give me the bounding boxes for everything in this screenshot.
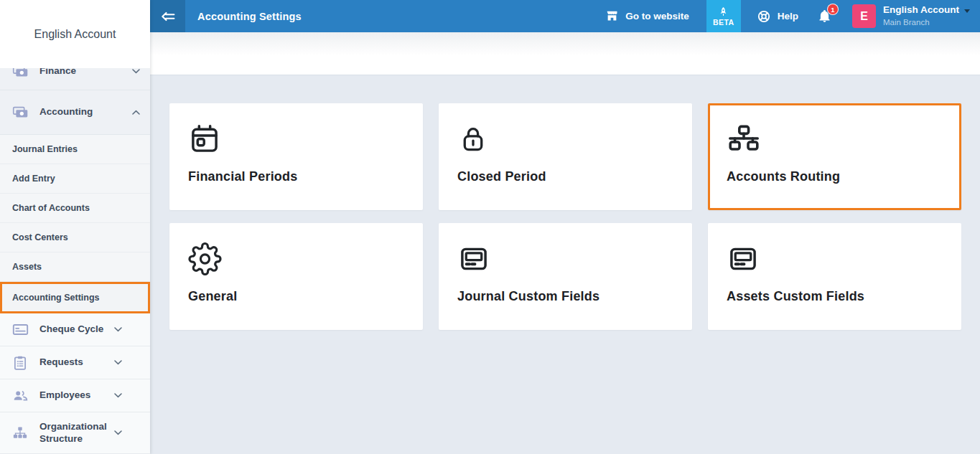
sidebar-item-accounting[interactable]: Accounting xyxy=(0,90,150,135)
calendar-icon xyxy=(188,121,224,157)
page-subheader xyxy=(150,32,980,75)
requests-icon xyxy=(11,355,29,371)
card-financial-periods[interactable]: Financial Periods xyxy=(169,103,423,210)
account-menu[interactable]: English Account Main Branch xyxy=(883,4,970,27)
custom-fields-icon xyxy=(727,241,762,277)
card-label: General xyxy=(188,289,237,304)
sidebar-item-label: Employees xyxy=(39,389,114,402)
card-label: Journal Custom Fields xyxy=(457,289,599,304)
sidebar-subitem-assets[interactable]: Assets xyxy=(0,252,150,282)
account-avatar[interactable]: E xyxy=(852,4,876,28)
sidebar-subitem-chart-of-accounts[interactable]: Chart of Accounts xyxy=(0,194,150,223)
sidebar-menu: Finance Accounting xyxy=(0,53,150,454)
sidebar-subitem-add-entry[interactable]: Add Entry xyxy=(0,164,150,194)
sidebar-item-label: Requests xyxy=(39,356,114,369)
account-branch: Main Branch xyxy=(883,17,970,27)
gear-icon xyxy=(188,241,224,277)
lock-icon xyxy=(457,121,493,157)
card-label: Closed Period xyxy=(457,169,546,184)
card-label: Accounts Routing xyxy=(727,169,840,184)
notification-count-badge: 1 xyxy=(827,4,839,15)
settings-cards-grid: Financial Periods Closed Period xyxy=(169,103,961,330)
help-button[interactable]: Help xyxy=(757,9,798,24)
chevron-down-icon xyxy=(114,430,122,435)
sidebar-subitem-label: Accounting Settings xyxy=(12,293,100,303)
chevron-up-icon xyxy=(132,110,140,115)
sidebar-subitem-label: Assets xyxy=(12,262,42,272)
sidebar-subitem-accounting-settings[interactable]: Accounting Settings xyxy=(0,282,150,313)
card-closed-period[interactable]: Closed Period xyxy=(439,103,692,210)
card-assets-custom-fields[interactable]: Assets Custom Fields xyxy=(708,223,961,330)
chevron-down-icon xyxy=(114,327,122,332)
collapse-arrow-icon xyxy=(159,8,177,25)
chevron-down-icon xyxy=(132,69,140,74)
sidebar-item-label: Organizational Structure xyxy=(39,421,114,445)
card-journal-custom-fields[interactable]: Journal Custom Fields xyxy=(439,223,692,330)
accounting-submenu: Journal Entries Add Entry Chart of Accou… xyxy=(0,135,150,313)
sidebar-item-organizational-structure[interactable]: Organizational Structure xyxy=(0,412,150,454)
cheque-icon xyxy=(11,321,29,338)
sidebar-subitem-label: Chart of Accounts xyxy=(12,203,90,213)
accounts-routing-icon xyxy=(727,121,762,157)
custom-fields-icon xyxy=(457,241,493,277)
account-name: English Account xyxy=(883,4,959,16)
sidebar-item-label: Cheque Cycle xyxy=(39,323,114,336)
org-structure-icon xyxy=(11,425,29,441)
sidebar: Finance Accounting xyxy=(0,0,150,454)
accounting-icon xyxy=(11,104,29,120)
sidebar-subitem-label: Cost Centers xyxy=(12,232,68,242)
sidebar-item-cheque-cycle[interactable]: Cheque Cycle xyxy=(0,313,150,346)
go-to-website-label: Go to website xyxy=(625,11,689,22)
go-to-website-link[interactable]: Go to website xyxy=(605,9,689,23)
chevron-down-icon xyxy=(114,393,122,398)
card-label: Financial Periods xyxy=(188,169,297,184)
beta-badge[interactable]: BETA xyxy=(706,0,741,32)
accounting-settings-page: Accounting Settings Go to website BE xyxy=(0,0,980,454)
lifebuoy-icon xyxy=(757,9,771,24)
chevron-down-icon xyxy=(114,360,122,365)
beta-label: BETA xyxy=(713,18,734,27)
rocket-icon xyxy=(718,6,729,17)
sidebar-subitem-label: Add Entry xyxy=(12,174,55,184)
sidebar-collapse-button[interactable] xyxy=(150,0,185,32)
storefront-icon xyxy=(605,9,619,23)
sidebar-subitem-journal-entries[interactable]: Journal Entries xyxy=(0,135,150,164)
card-label: Assets Custom Fields xyxy=(727,289,864,304)
sidebar-subitem-cost-centers[interactable]: Cost Centers xyxy=(0,223,150,252)
sidebar-item-requests[interactable]: Requests xyxy=(0,346,150,379)
top-navigation-bar: Accounting Settings Go to website BE xyxy=(150,0,980,32)
sidebar-item-employees[interactable]: Employees xyxy=(0,379,150,412)
caret-down-icon xyxy=(964,9,970,13)
workspace-title: English Account xyxy=(0,0,150,68)
card-general[interactable]: General xyxy=(169,223,423,330)
sidebar-subitem-label: Journal Entries xyxy=(12,144,78,154)
employees-icon xyxy=(11,387,29,404)
help-label: Help xyxy=(778,11,798,22)
notifications-button[interactable]: 1 xyxy=(817,9,832,24)
page-title: Accounting Settings xyxy=(197,11,302,22)
card-accounts-routing[interactable]: Accounts Routing xyxy=(708,103,961,210)
sidebar-item-label: Accounting xyxy=(39,106,132,118)
